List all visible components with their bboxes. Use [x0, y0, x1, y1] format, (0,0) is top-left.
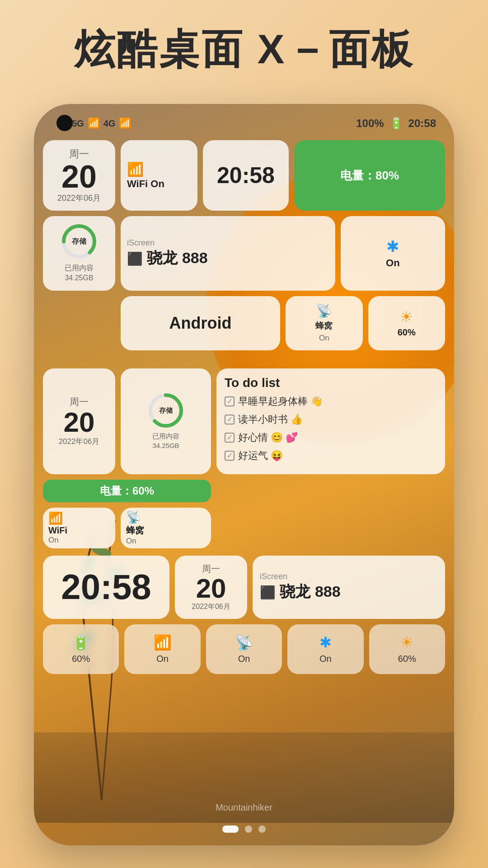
brightness-widget-1[interactable]: ☀ 60% — [368, 296, 446, 350]
signal-4g: 4G — [103, 118, 116, 129]
storage-inner-label: 存储 — [72, 237, 86, 246]
storage-widget-2[interactable]: 存储 已用内容 34.25GB — [121, 368, 211, 474]
time-display-1: 20:58 — [217, 162, 275, 189]
bluetooth-icon-widget[interactable]: ✱ On — [287, 624, 363, 674]
page-dot-1[interactable] — [222, 826, 239, 833]
processor-widget-3[interactable]: iScreen ⬛ 骁龙 888 — [253, 556, 445, 619]
app-name: Mountainhiker — [34, 802, 454, 813]
brightness-icon-widget-label: 60% — [398, 654, 416, 664]
widgets-area: 周一 20 2022年06月 📶 WiFi On 20:58 — [43, 140, 445, 679]
date-widget-1[interactable]: 周一 20 2022年06月 — [43, 140, 115, 211]
todo-title: To do list — [225, 376, 437, 390]
phone-screen: 5G 📶 4G 📶 100% 🔋 20:58 周一 20 2022年06月 — [34, 104, 454, 845]
cellular-status-1: On — [319, 334, 329, 343]
wifi-label-2: WiFi — [48, 525, 67, 536]
iscreen-label-1: iScreen — [127, 238, 329, 248]
wifi-icon-2: 📶 — [48, 511, 63, 525]
page-dots — [34, 826, 454, 833]
brightness-icon-1: ☀ — [400, 308, 413, 326]
todo-item-2: ✓ 读半小时书 👍 — [225, 413, 437, 426]
todo-check-1: ✓ — [225, 396, 235, 406]
todo-check-4: ✓ — [225, 451, 235, 461]
yearmonth-2: 2022年06月 — [59, 436, 100, 447]
iscreen-label-3: iScreen — [260, 572, 438, 581]
battery-widget-green[interactable]: 电量：80% — [294, 140, 445, 211]
status-time: 20:58 — [408, 117, 436, 130]
battery-bar-label-2: 电量：60% — [100, 484, 154, 498]
todo-check-2: ✓ — [225, 415, 235, 425]
storage-circle-1: 存储 — [61, 223, 97, 259]
todo-text-4: 好运气 😝 — [238, 449, 283, 462]
wifi-icon-1: 📶 — [127, 161, 144, 177]
wifi-widget-2[interactable]: 📶 WiFi On — [43, 508, 115, 548]
cellular-icon-widget[interactable]: 📡 On — [206, 624, 282, 674]
cellular-sublabel-1: 蜂窝 — [315, 320, 333, 332]
brightness-icon-widget-icon: ☀ — [400, 634, 413, 651]
wifi-label-1: WiFi On — [127, 178, 164, 190]
phone-mockup: 5G 📶 4G 📶 100% 🔋 20:58 周一 20 2022年06月 — [34, 104, 454, 845]
cellular-icon-1: 📡 — [316, 303, 332, 318]
todo-item-4: ✓ 好运气 😝 — [225, 449, 437, 462]
bluetooth-widget-1[interactable]: ✱ On — [341, 216, 445, 291]
section-divider — [43, 361, 445, 368]
bluetooth-icon-1: ✱ — [386, 237, 399, 255]
storage-inner-2: 存储 — [159, 406, 173, 415]
signal-bars-2: 📶 — [119, 118, 131, 129]
cellular-widget-1[interactable]: 📡 蜂窝 On — [286, 296, 363, 350]
battery-label-1: 电量：80% — [340, 168, 399, 184]
day-3: 20 — [196, 575, 226, 602]
battery-bar-2[interactable]: 电量：60% — [43, 480, 211, 502]
todo-widget[interactable]: To do list ✓ 早睡早起身体棒 👋 ✓ 读半小时书 👍 ✓ 好心情 😊… — [216, 368, 445, 474]
storage-used-1: 已用内容 34.25GB — [65, 263, 94, 283]
battery-icon-widget-label: 60% — [72, 654, 90, 664]
day-1: 20 — [61, 161, 97, 193]
date-widget-2[interactable]: 周一 20 2022年06月 — [43, 368, 115, 474]
wifi-status-2: On — [48, 536, 59, 545]
battery-icon-widget-icon: 🔋 — [72, 634, 90, 651]
todo-check-3: ✓ — [225, 433, 235, 443]
todo-text-3: 好心情 😊 💕 — [238, 431, 298, 444]
processor-text-3: ⬛ 骁龙 888 — [260, 581, 438, 602]
status-bar: 5G 📶 4G 📶 100% 🔋 20:58 — [34, 112, 454, 135]
android-widget-1[interactable]: Android — [121, 296, 280, 350]
bluetooth-label-1: On — [386, 257, 400, 269]
cellular-icon-widget-icon: 📡 — [235, 634, 253, 651]
status-right: 100% 🔋 20:58 — [356, 117, 436, 130]
status-left: 5G 📶 4G 📶 — [52, 118, 131, 129]
date-mini-widget[interactable]: 周一 20 2022年06月 — [175, 556, 247, 619]
todo-item-3: ✓ 好心情 😊 💕 — [225, 431, 437, 444]
page-dot-3[interactable] — [258, 826, 266, 833]
todo-item-1: ✓ 早睡早起身体棒 👋 — [225, 395, 437, 408]
signal-bars-1: 📶 — [88, 118, 100, 129]
cellular-widget-2[interactable]: 📡 蜂窝 On — [121, 508, 211, 548]
wifi-icon-widget[interactable]: 📶 On — [124, 624, 200, 674]
page-title: 炫酷桌面 X－面板 — [0, 0, 488, 72]
signal-5g: 5G — [72, 118, 84, 129]
battery-icon: 🔋 — [389, 117, 403, 130]
iscreen-widget-1[interactable]: iScreen ⬛ 骁龙 888 — [121, 216, 335, 291]
storage-circle-2: 存储 — [148, 392, 184, 429]
day-2: 20 — [64, 408, 95, 436]
wifi-icon-widget-icon: 📶 — [154, 634, 172, 651]
cellular-icon-2: 📡 — [126, 510, 141, 524]
wifi-icon-widget-label: On — [156, 654, 169, 664]
time-large-widget[interactable]: 20:58 — [43, 556, 169, 619]
storage-widget-1[interactable]: 存储 已用内容 34.25GB — [43, 216, 115, 291]
processor-text-1: ⬛ 骁龙 888 — [127, 248, 329, 269]
bluetooth-icon-widget-icon: ✱ — [319, 634, 332, 651]
yearmonth-1: 2022年06月 — [57, 193, 101, 203]
cellular-status-2: On — [126, 537, 136, 546]
brightness-icon-widget[interactable]: ☀ 60% — [369, 624, 445, 674]
brightness-label-1: 60% — [398, 327, 416, 338]
battery-icon-widget[interactable]: 🔋 60% — [43, 624, 119, 674]
time-widget-1[interactable]: 20:58 — [203, 140, 289, 211]
todo-text-1: 早睡早起身体棒 👋 — [238, 395, 323, 408]
android-label-1: Android — [169, 314, 232, 333]
page-dot-2[interactable] — [245, 826, 252, 833]
time-large-display: 20:58 — [61, 566, 151, 608]
storage-used-2: 已用内容 34.25GB — [152, 431, 179, 450]
cellular-icon-widget-label: On — [238, 654, 250, 664]
bluetooth-icon-widget-label: On — [319, 654, 332, 664]
cellular-label-2: 蜂窝 — [126, 524, 144, 537]
wifi-widget-1[interactable]: 📶 WiFi On — [121, 140, 197, 211]
